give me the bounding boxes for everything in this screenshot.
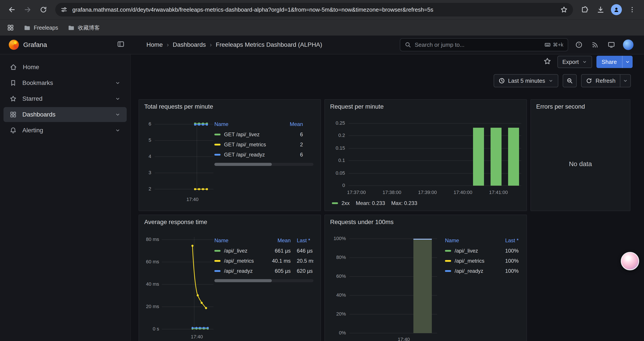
legend-row[interactable]: /api/_livez 100% xyxy=(445,246,518,256)
legend-col-name[interactable]: Name xyxy=(445,237,494,244)
share-label: Share xyxy=(602,59,617,65)
panel-average-response-time[interactable]: Average response time 80 ms 60 ms 40 ms … xyxy=(138,215,321,341)
search-box[interactable]: Search or jump to... ⌘+k xyxy=(400,38,568,51)
chevron-down-icon xyxy=(625,59,630,65)
sidebar-item-label: Bookmarks xyxy=(22,80,53,87)
legend-scrollbar[interactable] xyxy=(214,279,314,282)
favorite-dashboard-button[interactable] xyxy=(542,56,553,69)
p1-legend: Name Mean GET /api/_livez 6 GET /api/_me… xyxy=(214,119,314,166)
panel-errors-per-second[interactable]: Errors per second No data xyxy=(530,99,630,211)
p5-legend: Name Last * /api/_livez 100% /api/_metri… xyxy=(445,235,518,276)
export-button[interactable]: Export xyxy=(558,56,592,68)
legend-row[interactable]: /api/_metrics 100% xyxy=(445,256,518,266)
p2-legend[interactable]: 2xx Mean: 0.233 Max: 0.233 xyxy=(332,200,417,206)
legend-col-name[interactable]: Name xyxy=(214,121,275,127)
grafana-header: Grafana Home › Dashboards › Freeleaps Me… xyxy=(0,36,644,55)
sidebar-item-bookmarks[interactable]: Bookmarks xyxy=(4,76,127,90)
downloads-button[interactable] xyxy=(593,2,608,17)
legend-row[interactable]: /api/_readyz 605 µs 620 µs xyxy=(214,266,314,276)
p1-plot: 6 5 4 3 2 17:40 xyxy=(144,119,214,207)
legend-col-mean[interactable]: Mean xyxy=(262,237,291,244)
series-color-dash xyxy=(445,260,451,262)
sidebar-item-home[interactable]: Home xyxy=(4,60,127,75)
series-color-dash xyxy=(214,260,220,262)
bookmarks-bar: Freeleaps 收藏博客 xyxy=(0,19,644,36)
scrollbar-thumb[interactable] xyxy=(214,279,272,282)
time-range-picker[interactable]: Last 5 minutes xyxy=(494,74,558,87)
legend-row[interactable]: /api/_livez 661 µs 646 µs xyxy=(214,246,314,256)
no-data-message: No data xyxy=(531,160,630,168)
panel-title[interactable]: Total requests per minute xyxy=(144,103,213,110)
bookmark-item-freeleaps[interactable]: Freeleaps xyxy=(24,24,58,31)
chevron-down-icon[interactable] xyxy=(115,96,120,102)
legend-row[interactable]: GET /api/_livez 6 xyxy=(214,129,314,140)
panel-requests-under-100ms[interactable]: Requests under 100ms 100% 80% 60% 40% 20… xyxy=(324,215,527,341)
house-icon xyxy=(10,63,17,71)
panel-total-requests-per-minute[interactable]: Total requests per minute 6 5 4 3 2 17:4… xyxy=(138,99,321,211)
extensions-button[interactable] xyxy=(577,2,592,17)
floating-assistant-avatar[interactable] xyxy=(621,252,639,270)
bookmark-item-blog[interactable]: 收藏博客 xyxy=(68,24,100,31)
site-settings-icon[interactable] xyxy=(60,6,68,13)
panel-title[interactable]: Requests under 100ms xyxy=(330,219,394,226)
share-menu-button[interactable] xyxy=(622,56,632,68)
chevron-down-icon[interactable] xyxy=(115,80,120,86)
url-input[interactable] xyxy=(72,6,556,14)
panel-title[interactable]: Request per minute xyxy=(330,103,384,110)
clock-icon xyxy=(498,78,505,84)
folder-icon xyxy=(68,24,75,31)
brand-name: Grafana xyxy=(23,41,47,49)
legend-row[interactable]: /api/_metrics 40.1 ms 20.5 ms xyxy=(214,256,314,266)
x-tick: 17:38:00 xyxy=(378,189,406,196)
scrollbar-thumb[interactable] xyxy=(214,163,272,166)
legend-col-last[interactable]: Last * xyxy=(291,237,314,244)
forward-button[interactable] xyxy=(20,2,35,17)
browser-menu-button[interactable] xyxy=(625,2,640,17)
legend-col-mean[interactable]: Mean xyxy=(275,121,314,127)
news-rss-icon[interactable] xyxy=(592,41,599,49)
back-button[interactable] xyxy=(4,2,19,17)
address-bar[interactable] xyxy=(55,3,573,17)
zoom-out-time-button[interactable] xyxy=(563,74,577,87)
chevron-down-icon[interactable] xyxy=(115,112,120,117)
panel-request-per-minute[interactable]: Request per minute 0.25 0.2 0.15 0.1 0.0… xyxy=(324,99,527,211)
sidebar-item-starred[interactable]: Starred xyxy=(4,91,127,106)
svg-text:?: ? xyxy=(578,43,580,47)
refresh-interval-button[interactable] xyxy=(620,74,631,87)
extensions-puzzle-icon xyxy=(581,6,588,14)
sidebar-item-label: Home xyxy=(23,64,39,71)
folder-icon xyxy=(24,24,31,31)
forward-arrow-icon xyxy=(24,6,32,14)
chevron-down-icon[interactable] xyxy=(115,128,120,133)
refresh-button[interactable]: Refresh xyxy=(581,74,620,87)
profile-button[interactable] xyxy=(609,2,624,17)
y-tick: 40% xyxy=(330,292,346,298)
apps-grid-icon[interactable] xyxy=(7,24,14,31)
y-tick: 0 xyxy=(330,182,345,189)
user-avatar[interactable] xyxy=(623,40,634,50)
grafana-logo-icon[interactable] xyxy=(9,40,19,50)
legend-row[interactable]: GET /api/_metrics 2 xyxy=(214,140,314,150)
breadcrumb-dashboards[interactable]: Dashboards xyxy=(173,41,206,48)
panel-title[interactable]: Average response time xyxy=(144,219,207,226)
legend-scrollbar[interactable] xyxy=(214,163,314,166)
breadcrumb-home[interactable]: Home xyxy=(146,41,163,48)
sidebar-item-dashboards[interactable]: Dashboards xyxy=(4,107,127,122)
legend-row[interactable]: /api/_readyz 100% xyxy=(445,266,518,276)
search-icon xyxy=(405,42,411,48)
legend-col-name[interactable]: Name xyxy=(214,237,262,244)
help-icon[interactable]: ? xyxy=(575,41,582,49)
browser-toolbar xyxy=(0,0,644,19)
reload-button[interactable] xyxy=(36,2,51,17)
y-tick: 0 s xyxy=(144,326,159,332)
panel-title[interactable]: Errors per second xyxy=(536,103,585,110)
kiosk-monitor-icon[interactable] xyxy=(608,41,615,49)
breadcrumb-separator: › xyxy=(210,41,212,48)
legend-col-last[interactable]: Last * xyxy=(494,237,518,244)
legend-row[interactable]: GET /api/_readyz 6 xyxy=(214,150,314,160)
sidebar-toggle-button[interactable] xyxy=(117,40,124,49)
dashboard-main: Export Share Last 5 minutes xyxy=(131,55,644,341)
bookmark-star-icon[interactable] xyxy=(560,6,568,14)
sidebar-item-alerting[interactable]: Alerting xyxy=(4,123,127,138)
share-button[interactable]: Share xyxy=(596,56,622,68)
